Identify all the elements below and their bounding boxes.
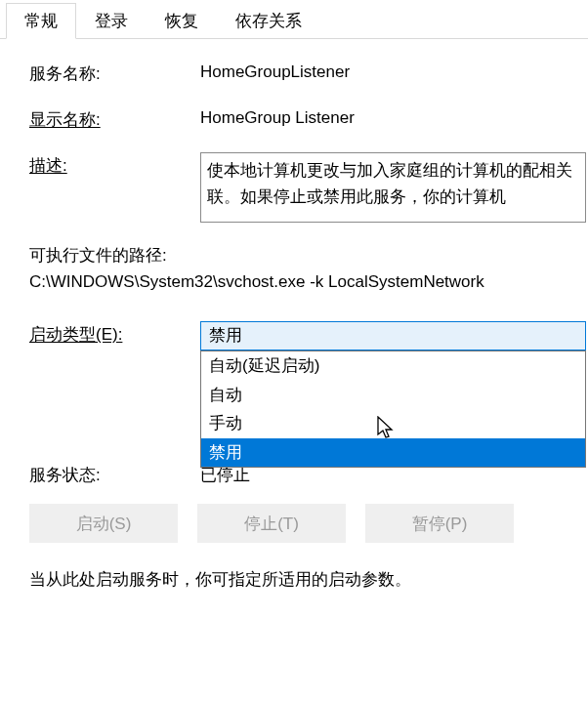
service-name-label: 服务名称: [29,61,200,85]
tab-logon[interactable]: 登录 [76,3,147,39]
start-button[interactable]: 启动(S) [29,504,178,543]
description-text[interactable]: 使本地计算机更改与加入家庭组的计算机的配相关联。如果停止或禁用此服务，你的计算机 [200,152,586,223]
service-status-label: 服务状态: [29,462,200,486]
startup-type-dropdown: 自动(延迟启动) 自动 手动 禁用 [200,350,586,468]
exec-path-value: C:\WINDOWS\System32\svchost.exe -k Local… [29,272,588,292]
display-name-label: 显示名称: [29,106,200,131]
service-name-value: HomeGroupListener [200,61,588,82]
startup-type-label: 启动类型(E): [29,321,200,346]
display-name-value: HomeGroup Listener [200,106,588,128]
description-label: 描述: [29,152,200,177]
option-auto-delayed[interactable]: 自动(延迟启动) [201,351,585,381]
tab-general[interactable]: 常规 [6,3,76,39]
option-manual[interactable]: 手动 [201,409,585,438]
option-disabled[interactable]: 禁用 [201,438,585,468]
tab-recovery[interactable]: 恢复 [147,3,217,39]
tab-content: 服务名称: HomeGroupListener 显示名称: HomeGroup … [0,39,588,593]
startup-parameters-note: 当从此处启动服务时，你可指定所适用的启动参数。 [29,566,588,593]
tab-bar: 常规 登录 恢复 依存关系 [0,0,588,39]
option-auto[interactable]: 自动 [201,381,585,410]
pause-button[interactable]: 暂停(P) [365,504,514,543]
exec-path-label: 可执行文件的路径: [29,244,588,267]
startup-type-combobox[interactable]: 禁用 [200,321,586,350]
stop-button[interactable]: 停止(T) [197,504,346,543]
tab-dependencies[interactable]: 依存关系 [217,3,320,39]
